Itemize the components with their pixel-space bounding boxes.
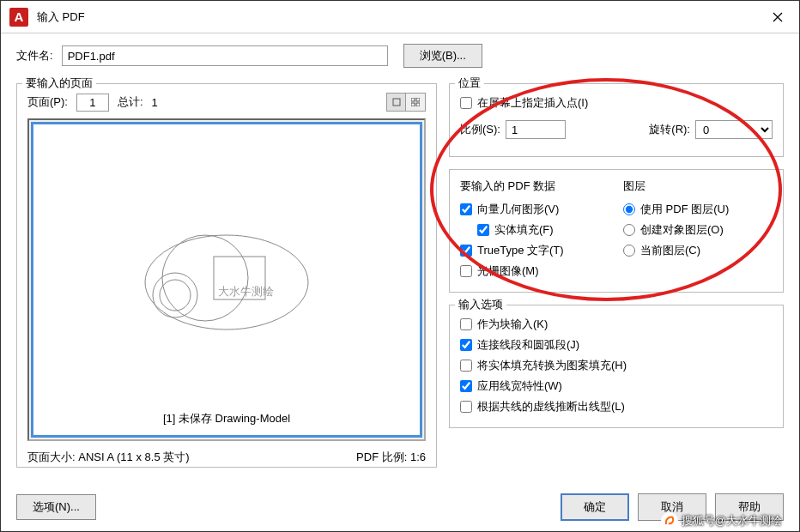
- import-data-title: 要输入的 PDF 数据: [460, 178, 609, 194]
- raster-label: 光栅图像(M): [477, 263, 539, 279]
- view-toggle: [386, 93, 426, 112]
- view-single-button[interactable]: [387, 94, 406, 111]
- current-layer-radio[interactable]: [623, 245, 635, 257]
- svg-rect-4: [416, 98, 420, 101]
- single-view-icon: [392, 98, 401, 106]
- close-button[interactable]: [756, 1, 799, 33]
- options-button[interactable]: 选项(N)...: [16, 494, 96, 520]
- vector-checkbox[interactable]: [460, 203, 472, 215]
- page-controls: 页面(P): 总计: 1: [27, 93, 426, 112]
- apply-lw-checkbox[interactable]: [460, 380, 472, 392]
- filename-input[interactable]: [62, 45, 388, 66]
- rotation-label: 旋转(R):: [649, 122, 690, 137]
- solid-fill-checkbox[interactable]: [477, 224, 489, 236]
- infer-lt-checkbox[interactable]: [460, 401, 472, 413]
- current-layer-label: 当前图层(C): [640, 243, 700, 258]
- window-title: 输入 PDF: [37, 9, 85, 25]
- page-info-row: 页面大小: ANSI A (11 x 8.5 英寸) PDF 比例: 1:6: [27, 450, 426, 465]
- import-data-column: 要输入的 PDF 数据 向量几何图形(V) 实体填充(F) TrueType 文…: [460, 178, 609, 281]
- options-groupbox: 输入选项 作为块输入(K) 连接线段和圆弧段(J) 将实体填充转换为图案填充(H…: [449, 305, 784, 428]
- preview-inner[interactable]: 大水牛测绘 [1] 未保存 Drawing-Model: [31, 122, 422, 438]
- data-layers-columns: 要输入的 PDF 数据 向量几何图形(V) 实体填充(F) TrueType 文…: [460, 178, 773, 281]
- scale-rotation-row: 比例(S): 旋转(R): 0: [460, 120, 773, 139]
- page-input[interactable]: [76, 94, 109, 112]
- create-obj-layers-radio[interactable]: [623, 224, 635, 236]
- ok-button[interactable]: 确定: [561, 493, 629, 521]
- close-icon: [773, 12, 783, 22]
- svg-rect-3: [411, 98, 415, 101]
- svg-rect-6: [416, 103, 420, 106]
- pages-groupbox: 要输入的页面 页面(P): 总计: 1: [16, 83, 437, 468]
- layers-column: 图层 使用 PDF 图层(U) 创建对象图层(O) 当前图层(C): [623, 178, 773, 281]
- page-label: 页面(P):: [27, 94, 68, 110]
- sohu-icon: [661, 512, 678, 529]
- convert-fill-label: 将实体填充转换为图案填充(H): [477, 358, 627, 373]
- pdf-scale-label: PDF 比例: 1:6: [356, 450, 426, 465]
- pages-group-title: 要输入的页面: [22, 76, 96, 91]
- infer-lt-label: 根据共线的虚线推断出线型(L): [477, 399, 625, 414]
- scale-label: 比例(S):: [460, 122, 500, 137]
- page-size-label: 页面大小: ANSI A (11 x 8.5 英寸): [27, 450, 190, 465]
- svg-rect-5: [411, 103, 415, 106]
- create-obj-layers-label: 创建对象图层(O): [640, 222, 724, 238]
- svg-point-8: [162, 235, 248, 321]
- right-panel: 位置 在屏幕上指定插入点(I) 比例(S): 旋转(R): 0: [449, 80, 784, 483]
- watermark: 搜狐号@大水牛测绘: [661, 512, 782, 529]
- as-block-label: 作为块输入(K): [477, 317, 548, 332]
- total-value: 1: [152, 96, 158, 109]
- svg-point-10: [160, 280, 191, 311]
- svg-text:大水牛测绘: 大水牛测绘: [218, 285, 274, 298]
- dialog-window: A 输入 PDF 文件名: 浏览(B)... 要输入的页面 页面(P): 总计:: [0, 0, 800, 532]
- use-pdf-layers-radio[interactable]: [623, 203, 635, 215]
- truetype-checkbox[interactable]: [460, 245, 472, 257]
- left-panel: 要输入的页面 页面(P): 总计: 1: [16, 80, 437, 483]
- as-block-checkbox[interactable]: [460, 318, 472, 330]
- dialog-content: 文件名: 浏览(B)... 要输入的页面 页面(P): 总计: 1: [1, 33, 799, 531]
- location-groupbox: 位置 在屏幕上指定插入点(I) 比例(S): 旋转(R): 0: [449, 83, 784, 157]
- preview-drawing: 大水牛测绘: [132, 209, 321, 355]
- grid-view-icon: [411, 98, 420, 106]
- filename-row: 文件名: 浏览(B)...: [16, 44, 784, 68]
- convert-fill-checkbox[interactable]: [460, 360, 472, 372]
- options-title: 输入选项: [455, 297, 506, 312]
- apply-lw-label: 应用线宽特性(W): [477, 378, 562, 394]
- app-icon: A: [9, 8, 28, 27]
- rotation-select[interactable]: 0: [695, 120, 773, 139]
- data-layers-groupbox: 要输入的 PDF 数据 向量几何图形(V) 实体填充(F) TrueType 文…: [449, 169, 784, 293]
- use-pdf-layers-label: 使用 PDF 图层(U): [640, 202, 729, 217]
- location-title: 位置: [455, 76, 484, 91]
- vector-label: 向量几何图形(V): [477, 202, 559, 217]
- view-grid-button[interactable]: [406, 94, 425, 111]
- filename-label: 文件名:: [16, 48, 53, 63]
- total-label: 总计:: [118, 94, 143, 110]
- layers-title: 图层: [623, 178, 773, 194]
- scale-input[interactable]: [506, 120, 566, 139]
- specify-onscreen-label: 在屏幕上指定插入点(I): [477, 95, 588, 111]
- truetype-label: TrueType 文字(T): [477, 243, 564, 258]
- specify-onscreen-row: 在屏幕上指定插入点(I): [460, 93, 773, 113]
- join-lines-checkbox[interactable]: [460, 339, 472, 351]
- svg-rect-2: [393, 99, 400, 106]
- browse-button[interactable]: 浏览(B)...: [403, 44, 482, 68]
- preview-frame: 大水牛测绘 [1] 未保存 Drawing-Model: [27, 118, 426, 441]
- preview-caption: [1] 未保存 Drawing-Model: [40, 406, 413, 428]
- join-lines-label: 连接线段和圆弧段(J): [477, 337, 579, 353]
- preview-canvas: 大水牛测绘: [40, 131, 413, 406]
- titlebar: A 输入 PDF: [1, 1, 799, 33]
- main-area: 要输入的页面 页面(P): 总计: 1: [16, 80, 784, 483]
- specify-onscreen-checkbox[interactable]: [460, 97, 472, 109]
- solid-fill-label: 实体填充(F): [494, 222, 554, 238]
- raster-checkbox[interactable]: [460, 265, 472, 277]
